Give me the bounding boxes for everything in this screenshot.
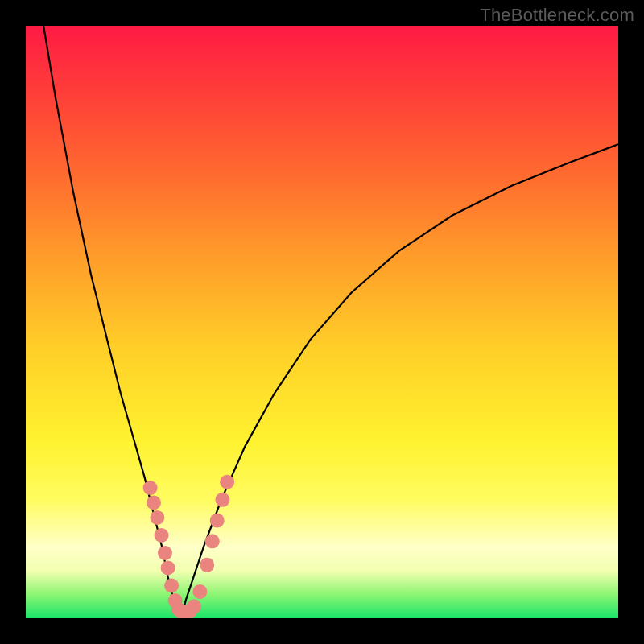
bottleneck-curve-line [43, 26, 618, 615]
curve-data-dot [155, 528, 169, 543]
curve-data-dot [187, 599, 201, 613]
watermark-text: TheBottleneck.com [480, 5, 634, 26]
curve-data-dot [192, 584, 207, 599]
curve-data-dot [150, 510, 164, 525]
curve-data-dot [200, 558, 214, 572]
bottleneck-chart-svg [26, 26, 618, 618]
curve-data-dot [143, 481, 158, 495]
curve-data-dot [210, 514, 225, 528]
curve-data-dot [220, 475, 234, 489]
curve-data-dot [164, 579, 179, 593]
curve-data-dot [147, 496, 161, 510]
curve-data-dot [205, 534, 220, 548]
curve-data-dot [161, 560, 175, 575]
curve-data-dot [158, 546, 172, 560]
chart-plot-area [26, 26, 618, 618]
curve-data-dots [143, 475, 235, 618]
curve-data-dot [215, 493, 229, 507]
